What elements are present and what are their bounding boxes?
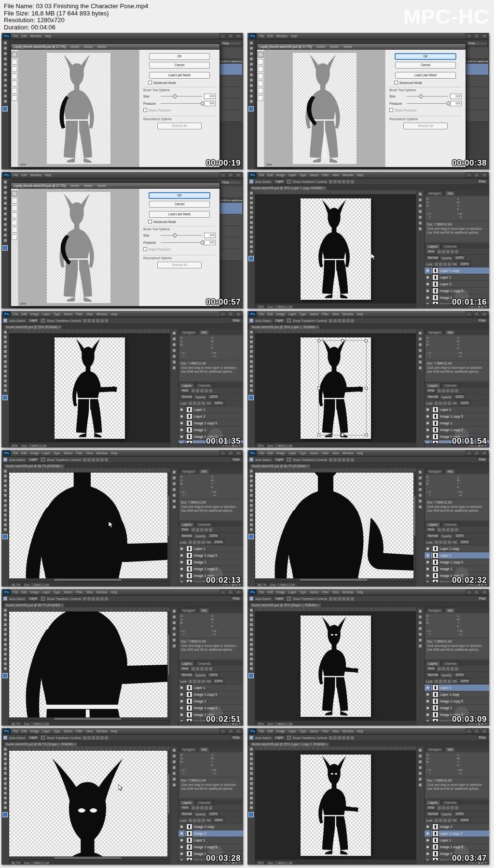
foreground-color-swatch[interactable] bbox=[248, 812, 254, 817]
menu-edit[interactable]: Edit bbox=[267, 729, 273, 733]
tab-layers[interactable]: Layers bbox=[425, 661, 440, 666]
align-icon[interactable] bbox=[96, 319, 99, 322]
layer-row[interactable]: Image 1 copy 5 bbox=[178, 420, 243, 427]
filter-icon[interactable] bbox=[451, 250, 454, 253]
close-button[interactable]: × bbox=[235, 311, 242, 317]
menu-help[interactable]: Help bbox=[111, 729, 117, 733]
menu-layer[interactable]: Layer bbox=[288, 173, 296, 177]
tool-icon[interactable] bbox=[250, 360, 253, 363]
kind-filter-dropdown[interactable]: Kind bbox=[180, 666, 190, 671]
panel-icon[interactable] bbox=[419, 621, 422, 624]
tool-icon[interactable] bbox=[250, 340, 253, 343]
layer-visibility-icon[interactable] bbox=[425, 546, 431, 552]
filter-icon[interactable] bbox=[196, 667, 199, 671]
layer-visibility-icon[interactable] bbox=[178, 546, 185, 552]
menu-filter[interactable]: Filter bbox=[322, 729, 329, 733]
tab-channels[interactable]: Channels bbox=[441, 244, 460, 249]
menu-type[interactable]: Type bbox=[54, 312, 60, 316]
selected-layer-row[interactable] bbox=[220, 64, 242, 75]
tool-icon[interactable] bbox=[4, 762, 7, 765]
liquify-tool-icon[interactable] bbox=[258, 52, 263, 57]
panel-icon[interactable] bbox=[419, 505, 422, 508]
align-icon[interactable] bbox=[87, 597, 91, 601]
tool-icon[interactable] bbox=[4, 370, 7, 373]
menu-select[interactable]: Select bbox=[64, 729, 72, 733]
auto-select-checkbox[interactable] bbox=[249, 597, 253, 601]
lock-icon[interactable] bbox=[435, 819, 438, 822]
tool-icon[interactable] bbox=[250, 787, 253, 790]
lock-icon[interactable] bbox=[439, 541, 442, 544]
tab-layers[interactable]: Layers bbox=[425, 383, 440, 388]
tab-channels[interactable]: Channels bbox=[441, 522, 460, 527]
tool-icon[interactable] bbox=[250, 100, 253, 103]
layer-visibility-icon[interactable] bbox=[425, 281, 431, 287]
maximize-button[interactable]: □ bbox=[227, 311, 234, 317]
menu-help[interactable]: Help bbox=[357, 729, 363, 733]
lock-icon[interactable] bbox=[435, 680, 438, 683]
lock-icon[interactable] bbox=[197, 402, 201, 405]
menu-window[interactable]: Window bbox=[342, 729, 353, 733]
align-icon[interactable] bbox=[87, 736, 91, 740]
tool-icon[interactable] bbox=[4, 633, 7, 636]
pressure-slider[interactable] bbox=[161, 242, 202, 243]
panel-icon[interactable] bbox=[419, 476, 422, 479]
foreground-color-swatch[interactable] bbox=[2, 534, 8, 539]
advanced-mode-checkbox[interactable] bbox=[148, 220, 152, 224]
tab-navigator[interactable]: Navigator bbox=[425, 330, 444, 335]
layer-row[interactable]: Image 1 bbox=[178, 698, 243, 705]
tool-icon[interactable] bbox=[250, 801, 253, 804]
tool-icon[interactable] bbox=[4, 648, 7, 651]
panel-icon[interactable] bbox=[419, 482, 422, 485]
panel-icon[interactable] bbox=[173, 337, 176, 340]
layer-visibility-icon[interactable] bbox=[178, 406, 185, 413]
tool-icon[interactable] bbox=[250, 384, 253, 387]
filter-icon[interactable] bbox=[455, 667, 458, 671]
stylus-pressure-checkbox[interactable] bbox=[143, 247, 147, 251]
panel-icon[interactable] bbox=[173, 644, 176, 647]
menu-image[interactable]: Image bbox=[30, 590, 39, 594]
workspace-dropdown[interactable]: Flow bbox=[220, 41, 242, 46]
menu-window[interactable]: Window bbox=[96, 312, 107, 316]
panel-icon[interactable] bbox=[419, 210, 422, 213]
filter-icon[interactable] bbox=[455, 528, 458, 532]
menu-image[interactable]: Image bbox=[276, 173, 285, 177]
minimize-button[interactable]: – bbox=[220, 311, 226, 317]
fill-value[interactable]: 100% bbox=[459, 818, 470, 823]
tool-icon[interactable] bbox=[250, 336, 253, 338]
horizontal-scrollbar[interactable] bbox=[9, 717, 170, 720]
layer-visibility-icon[interactable] bbox=[425, 851, 431, 857]
kind-filter-dropdown[interactable]: Kind bbox=[426, 666, 436, 671]
tool-icon[interactable] bbox=[250, 216, 253, 219]
menu-window[interactable]: Window bbox=[342, 312, 353, 316]
layer-row[interactable]: Layer 1 bbox=[178, 837, 243, 844]
tab-navigator[interactable]: Navigator bbox=[179, 608, 198, 613]
tool-icon[interactable] bbox=[250, 484, 253, 487]
tool-icon[interactable] bbox=[250, 628, 253, 631]
align-icon[interactable] bbox=[83, 458, 86, 462]
tool-icon[interactable] bbox=[250, 757, 253, 760]
close-button[interactable]: × bbox=[235, 172, 242, 178]
panel-icon[interactable] bbox=[419, 349, 422, 352]
menu-file[interactable]: File bbox=[259, 451, 264, 455]
menu-window[interactable]: Window bbox=[342, 173, 353, 177]
liquify-tool-icon[interactable] bbox=[12, 88, 17, 94]
zoom-level[interactable]: 25% bbox=[258, 861, 264, 865]
panel-icon[interactable] bbox=[173, 766, 176, 769]
tool-icon[interactable] bbox=[250, 518, 253, 521]
layer-visibility-icon[interactable] bbox=[425, 267, 431, 274]
layer-visibility-icon[interactable] bbox=[425, 434, 431, 440]
tool-icon[interactable] bbox=[250, 762, 253, 765]
panel-icon[interactable] bbox=[173, 505, 176, 508]
zoom-level[interactable]: 25% bbox=[12, 444, 18, 448]
opacity-value[interactable]: 100% bbox=[207, 812, 219, 816]
foreground-color-swatch[interactable] bbox=[248, 673, 254, 678]
tool-icon[interactable] bbox=[250, 389, 253, 392]
liquify-tool-icon[interactable] bbox=[12, 234, 17, 240]
maximize-button[interactable]: □ bbox=[227, 450, 234, 456]
restore-all-button[interactable]: Restore All bbox=[157, 123, 202, 129]
panel-icon[interactable] bbox=[419, 204, 422, 207]
align-icon[interactable] bbox=[338, 319, 341, 322]
layer-row[interactable]: Layer 1 bbox=[425, 406, 489, 413]
tool-icon[interactable] bbox=[250, 57, 253, 60]
liquify-zoom-level[interactable]: 25% bbox=[20, 302, 26, 305]
